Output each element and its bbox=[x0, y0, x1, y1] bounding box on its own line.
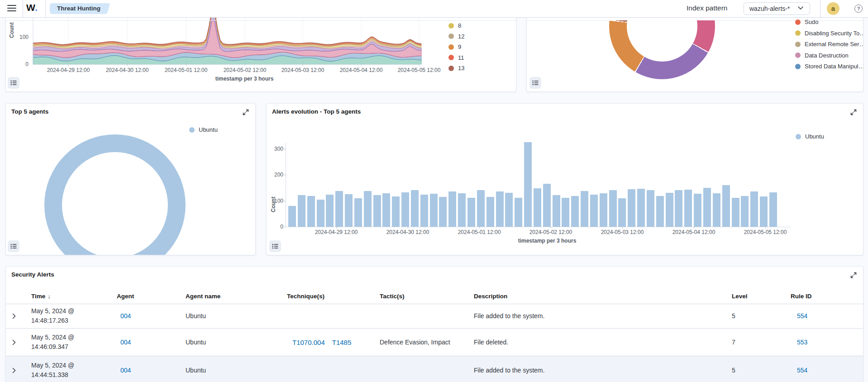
agent-link[interactable]: 004 bbox=[120, 339, 131, 346]
bar[interactable] bbox=[647, 190, 654, 227]
bar[interactable] bbox=[458, 193, 466, 227]
bar[interactable] bbox=[430, 194, 438, 227]
bar[interactable] bbox=[628, 189, 635, 227]
legend-item[interactable]: External Remote Ser… bbox=[795, 41, 863, 47]
column-header-agent-name[interactable]: Agent name bbox=[180, 293, 281, 300]
list-icon[interactable] bbox=[8, 240, 19, 252]
column-header-tactic-s-[interactable]: Tactic(s) bbox=[374, 293, 468, 300]
bar[interactable] bbox=[684, 190, 692, 227]
bar[interactable] bbox=[477, 190, 485, 227]
bar[interactable] bbox=[618, 198, 626, 227]
agent-link[interactable]: 004 bbox=[120, 312, 131, 320]
wazuh-logo[interactable]: W. bbox=[26, 2, 38, 13]
bar[interactable] bbox=[694, 194, 701, 227]
bar[interactable] bbox=[590, 195, 598, 227]
alerts-evolution-panel: Alerts evolution - Top 5 agents Count 01… bbox=[266, 103, 863, 255]
legend-item[interactable]: 9 bbox=[448, 44, 464, 50]
bar[interactable] bbox=[769, 192, 777, 227]
bar[interactable] bbox=[760, 196, 768, 227]
bar[interactable] bbox=[637, 189, 645, 227]
legend-item[interactable]: Sudo bbox=[795, 19, 863, 25]
bar[interactable] bbox=[543, 184, 551, 227]
bar[interactable] bbox=[571, 196, 579, 227]
column-header-technique-s-[interactable]: Technique(s) bbox=[281, 293, 374, 300]
bar[interactable] bbox=[335, 191, 343, 227]
legend-label: Ubuntu bbox=[199, 126, 218, 133]
bar[interactable] bbox=[401, 192, 409, 227]
bar[interactable] bbox=[505, 193, 513, 227]
legend-item[interactable]: Stored Data Manipul… bbox=[795, 63, 863, 69]
expand-icon[interactable] bbox=[850, 271, 858, 279]
tab-threat-hunting[interactable]: Threat Hunting bbox=[50, 3, 105, 14]
agents-donut-ring[interactable] bbox=[44, 134, 186, 255]
bar[interactable] bbox=[317, 200, 324, 227]
rule-id-link[interactable]: 554 bbox=[797, 312, 807, 320]
legend-item[interactable]: Data Destruction bbox=[795, 53, 863, 58]
column-header-agent[interactable]: Agent bbox=[111, 293, 180, 300]
bar[interactable] bbox=[467, 198, 475, 227]
bar[interactable] bbox=[373, 195, 381, 227]
rule-id-link[interactable]: 553 bbox=[797, 339, 807, 346]
bar[interactable] bbox=[288, 206, 296, 227]
bar[interactable] bbox=[354, 198, 362, 227]
bar[interactable] bbox=[713, 193, 720, 227]
bar[interactable] bbox=[534, 188, 541, 227]
bar[interactable] bbox=[732, 198, 739, 227]
index-pattern-select[interactable]: wazuh-alerts-* bbox=[744, 2, 810, 15]
expand-icon[interactable] bbox=[242, 108, 250, 116]
list-icon[interactable] bbox=[529, 77, 541, 89]
bar[interactable] bbox=[420, 195, 428, 227]
help-icon[interactable]: ? bbox=[854, 5, 863, 13]
bar[interactable] bbox=[553, 195, 560, 227]
bar[interactable] bbox=[448, 191, 456, 227]
bar[interactable] bbox=[666, 193, 673, 227]
column-header-rule-id[interactable]: Rule ID bbox=[785, 293, 863, 300]
bar[interactable] bbox=[364, 191, 372, 227]
menu-hamburger-icon[interactable] bbox=[7, 5, 16, 12]
list-icon[interactable] bbox=[8, 77, 19, 89]
legend-label: Stored Data Manipul… bbox=[805, 63, 863, 70]
bar[interactable] bbox=[515, 198, 522, 227]
column-header-level[interactable]: Level bbox=[726, 293, 785, 300]
bar[interactable] bbox=[326, 195, 334, 227]
bar[interactable] bbox=[609, 190, 617, 227]
bar[interactable] bbox=[524, 142, 532, 227]
bar[interactable] bbox=[600, 193, 607, 227]
bar[interactable] bbox=[307, 196, 315, 227]
bar[interactable] bbox=[392, 196, 400, 227]
legend-item[interactable]: 8 bbox=[448, 23, 464, 29]
technique-link[interactable]: T1485 bbox=[332, 339, 352, 346]
bar[interactable] bbox=[382, 193, 390, 227]
bar[interactable] bbox=[675, 190, 682, 227]
bar[interactable] bbox=[656, 196, 664, 227]
chevron-right-icon[interactable] bbox=[6, 367, 26, 374]
bar[interactable] bbox=[581, 191, 588, 227]
avatar[interactable]: a bbox=[827, 2, 839, 15]
agent-link[interactable]: 004 bbox=[120, 367, 131, 374]
column-header-description[interactable]: Description bbox=[468, 293, 726, 300]
technique-link[interactable]: T1070.004 bbox=[292, 339, 325, 346]
legend-item[interactable]: 12 bbox=[448, 33, 464, 39]
chevron-right-icon[interactable] bbox=[6, 339, 26, 346]
list-icon[interactable] bbox=[269, 240, 281, 252]
bar[interactable] bbox=[496, 191, 504, 227]
bar[interactable] bbox=[750, 191, 758, 227]
rule-id-link[interactable]: 554 bbox=[797, 367, 807, 374]
expand-icon[interactable] bbox=[850, 108, 858, 116]
bar[interactable] bbox=[703, 188, 711, 227]
bar[interactable] bbox=[741, 196, 749, 227]
legend-item[interactable]: 11 bbox=[448, 55, 464, 61]
legend-item[interactable]: Ubuntu bbox=[796, 134, 824, 139]
legend-item[interactable]: Ubuntu bbox=[189, 127, 218, 133]
bar[interactable] bbox=[439, 197, 447, 227]
bar[interactable] bbox=[345, 194, 353, 227]
legend-item[interactable]: 13 bbox=[448, 65, 464, 71]
bar[interactable] bbox=[722, 185, 730, 227]
bar[interactable] bbox=[411, 190, 419, 227]
legend-item[interactable]: Disabling Security To… bbox=[795, 30, 863, 36]
bar[interactable] bbox=[562, 198, 569, 227]
chevron-right-icon[interactable] bbox=[6, 312, 26, 320]
bar[interactable] bbox=[298, 195, 305, 227]
bar[interactable] bbox=[486, 197, 494, 227]
column-header-time[interactable]: Time↓ bbox=[26, 293, 111, 300]
